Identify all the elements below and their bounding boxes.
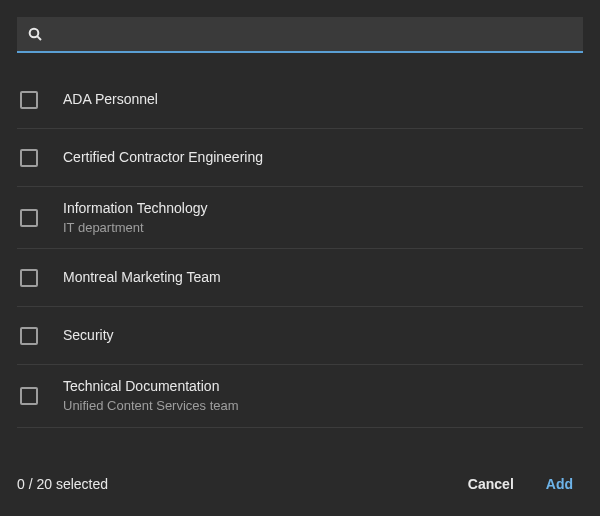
list-item[interactable]: ADA Personnel bbox=[17, 71, 583, 129]
footer: 0 / 20 selected Cancel Add bbox=[0, 454, 600, 516]
svg-point-0 bbox=[30, 29, 39, 38]
search-input[interactable] bbox=[53, 17, 573, 51]
item-title: Certified Contractor Engineering bbox=[63, 148, 263, 167]
list-item[interactable]: Technical DocumentationUnified Content S… bbox=[17, 365, 583, 427]
list-item[interactable]: Certified Contractor Engineering bbox=[17, 129, 583, 187]
svg-line-1 bbox=[37, 36, 41, 40]
item-title: Technical Documentation bbox=[63, 377, 239, 396]
checkbox[interactable] bbox=[20, 91, 38, 109]
add-button[interactable]: Add bbox=[536, 470, 583, 498]
search-bar[interactable] bbox=[17, 17, 583, 53]
checkbox[interactable] bbox=[20, 327, 38, 345]
item-list: ADA PersonnelCertified Contractor Engine… bbox=[0, 71, 600, 454]
item-title: Montreal Marketing Team bbox=[63, 268, 221, 287]
item-text: ADA Personnel bbox=[63, 90, 158, 109]
item-subtitle: IT department bbox=[63, 219, 208, 237]
list-item[interactable]: Information TechnologyIT department bbox=[17, 187, 583, 249]
item-text: Security bbox=[63, 326, 114, 345]
selection-status: 0 / 20 selected bbox=[17, 476, 108, 492]
dialog: ADA PersonnelCertified Contractor Engine… bbox=[0, 0, 600, 516]
checkbox[interactable] bbox=[20, 387, 38, 405]
item-text: Technical DocumentationUnified Content S… bbox=[63, 377, 239, 414]
list-item[interactable]: Security bbox=[17, 307, 583, 365]
item-title: ADA Personnel bbox=[63, 90, 158, 109]
item-text: Certified Contractor Engineering bbox=[63, 148, 263, 167]
item-text: Montreal Marketing Team bbox=[63, 268, 221, 287]
item-title: Information Technology bbox=[63, 199, 208, 218]
checkbox[interactable] bbox=[20, 149, 38, 167]
list-item[interactable]: Montreal Marketing Team bbox=[17, 249, 583, 307]
checkbox[interactable] bbox=[20, 269, 38, 287]
search-wrapper bbox=[0, 0, 600, 53]
cancel-button[interactable]: Cancel bbox=[458, 470, 524, 498]
item-text: Information TechnologyIT department bbox=[63, 199, 208, 236]
checkbox[interactable] bbox=[20, 209, 38, 227]
item-title: Security bbox=[63, 326, 114, 345]
search-icon bbox=[27, 26, 43, 42]
item-subtitle: Unified Content Services team bbox=[63, 397, 239, 415]
